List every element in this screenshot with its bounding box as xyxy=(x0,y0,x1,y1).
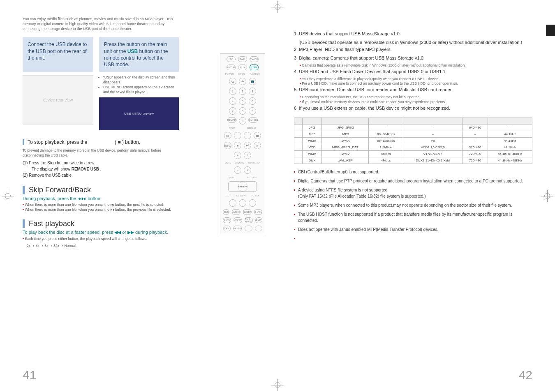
list-item-sub: Depending on the manufacturer, the USB c… xyxy=(300,95,532,100)
step-box-connect: Connect the USB device to the USB port o… xyxy=(23,37,93,72)
table-cell: 1,5Mbps xyxy=(369,144,403,151)
table-row: WMV.WMV4MbpsV1,V2,V3,V7720*48044.1KHz~48… xyxy=(294,151,532,157)
table-cell: – xyxy=(369,125,403,131)
usb-note-1: "USB" appears on the display screen and … xyxy=(103,75,179,85)
list-item: 3. Digital camera: Cameras that support … xyxy=(294,55,532,62)
table-cell: MPG,MPEG ,DAT xyxy=(321,144,368,151)
list-item: 2. MP3 Player: HDD and flash type MP3 pl… xyxy=(294,46,532,53)
intro-text: You can enjoy media files such as pictur… xyxy=(23,16,179,31)
list-item: 6. If you use a USB extension cable, the… xyxy=(294,105,532,112)
remote-btn: AUDIO xyxy=(232,209,240,215)
table-cell: V1,V2,V3,V7 xyxy=(403,151,462,157)
remote-btn: S.VOL xyxy=(254,209,262,215)
table-cell: MP3 xyxy=(303,131,322,138)
page-left: You can enjoy media files such as pictur… xyxy=(0,0,278,392)
remote-btn: TV/VID xyxy=(250,56,259,62)
remote-btn xyxy=(249,199,256,207)
table-cell: V8 xyxy=(403,138,462,144)
remote-btn xyxy=(234,132,241,139)
remote-btn: MO/ST xyxy=(234,217,242,223)
remote-btn: INFO xyxy=(224,142,231,149)
remote-label: OPEN xyxy=(238,73,245,75)
remote-label: EXIT xyxy=(226,194,231,197)
note-bullet: A device using NTFS file system is not s… xyxy=(294,187,532,199)
table-row: WMA.WMA56~128kbpsV8–44.1kHz xyxy=(294,138,532,144)
table-cell: 4Mbps xyxy=(369,151,403,157)
table-cell: 44.1KHz~48KHz xyxy=(488,157,532,164)
remote-num: 7 xyxy=(229,107,236,115)
remote-btn: DVD xyxy=(238,56,247,62)
safe-removal-note: To prevent damage to the memory stored i… xyxy=(23,148,179,158)
table-cell: 720*480 xyxy=(462,157,488,164)
empty-bullet xyxy=(294,235,532,242)
step-1b: The display will show xyxy=(32,167,72,171)
table-cell: 640*480 xyxy=(462,125,488,131)
list-item: 1. USB devices that support USB Mass Sto… xyxy=(294,30,532,37)
note-bullet: Digital Cameras that use PTP protocol or… xyxy=(294,178,532,184)
remote-dpad: ENTER xyxy=(228,181,257,192)
remote-btn: CANCEL xyxy=(249,117,258,123)
table-row: DivX.AVI,.ASF4MbpsDivX3.11~DivX5.1,Xvid7… xyxy=(294,157,532,164)
list-item: 5. USB card Reader: One slot USB card re… xyxy=(294,86,532,93)
remote-label: STEP xyxy=(229,127,235,129)
heading-skip: Skip Forward/Back xyxy=(23,186,179,194)
remote-control-illustration: TVDVDTV/VID DVD RAUXUSB POWEROPENTV/VIDE… xyxy=(220,53,265,234)
skip-subline: During playback, press the ⏮⏭ button. xyxy=(23,196,179,201)
step-box-press-a: Press the xyxy=(104,42,125,47)
table-cell: 56~128kbps xyxy=(369,138,403,144)
note-bullet: Some MP3 players, when connected to this… xyxy=(294,202,532,208)
remote-btn: LOGO xyxy=(223,226,231,231)
remote-btn xyxy=(255,226,262,231)
note-bullet: CBI (Control/Bulk/Interrupt) is not supp… xyxy=(294,169,532,175)
table-cell: .WMA xyxy=(321,138,368,144)
page-number-right: 42 xyxy=(519,368,532,382)
remote-num: 4 xyxy=(229,97,236,105)
table-cell: – xyxy=(488,125,532,131)
spec-table: JPG.JPG .JPEG––640*480– MP3.MP380~384kbp… xyxy=(294,118,532,164)
usb-note-2: USB MENU screen appears on the TV screen… xyxy=(103,85,179,95)
remote-btn: ⏵ xyxy=(254,142,261,149)
remote-btn: − xyxy=(234,166,241,174)
step-2: (2) Remove the USB cable. xyxy=(23,172,179,178)
remote-num: 0 xyxy=(239,117,246,125)
remote-btn: SLOW xyxy=(223,217,231,223)
remote-num: 9 xyxy=(249,107,256,115)
table-cell: .JPG .JPEG xyxy=(321,125,368,131)
step-1-bold: REMOVE USB xyxy=(72,167,99,171)
compatible-devices-list: 1. USB devices that support USB Mass Sto… xyxy=(294,30,532,112)
remote-btn: SLEEP xyxy=(243,209,252,215)
remote-num: 1 xyxy=(229,88,236,95)
skip-bullet-1: When there is more than one file, when y… xyxy=(23,202,179,207)
remote-btn xyxy=(244,132,251,139)
page-spread: You can enjoy media files such as pictur… xyxy=(0,0,555,392)
remote-num: 5 xyxy=(239,97,246,105)
table-row: MP3.MP380~384kbps––44.1kHz xyxy=(294,131,532,138)
remote-btn: REMAIN xyxy=(227,117,236,123)
remote-btn: SUB xyxy=(223,209,229,215)
table-cell: .WMV xyxy=(321,151,368,157)
table-cell: WMA xyxy=(303,138,322,144)
table-cell: DivX3.11~DivX5.1,Xvid xyxy=(403,157,462,164)
remote-label: PL II EF xyxy=(251,194,259,197)
remote-label: EZ VIEW xyxy=(236,194,246,197)
remote-label: MENU xyxy=(229,176,235,179)
table-row: VCDMPG,MPEG ,DAT1,5MbpsVCD1.1,VCD2,0320*… xyxy=(294,144,532,151)
table-cell: – xyxy=(403,125,462,131)
remote-label: RETURN xyxy=(247,176,257,179)
note-bullet: The USB HOST function is not supported i… xyxy=(294,211,532,224)
list-item-sub: For a USB HDD, make sure to connect an a… xyxy=(300,81,532,86)
table-cell: 44.1kHz xyxy=(488,131,532,138)
table-cell: VCD1.1,VCD2,0 xyxy=(403,144,462,151)
remote-label: POWER xyxy=(225,73,234,75)
note-bullet: Does not operate with Janus enabled MTP(… xyxy=(294,226,532,233)
remote-btn: ∨ xyxy=(244,166,251,174)
table-cell: .MP3 xyxy=(321,131,368,138)
fast-speeds: 2x ➝ 4x ➝ 8x ➝ 32x ➝ Normal. xyxy=(27,244,179,249)
remote-btn: 📺 xyxy=(249,78,256,85)
table-cell: 320*480 xyxy=(462,144,488,151)
remote-btn: EXIT xyxy=(255,217,262,223)
usb-button-label: USB xyxy=(127,48,139,54)
remote-btn xyxy=(239,199,246,207)
list-item-sub: Cameras that operate as a removable disk… xyxy=(300,63,532,68)
table-cell: DivX xyxy=(303,157,322,164)
